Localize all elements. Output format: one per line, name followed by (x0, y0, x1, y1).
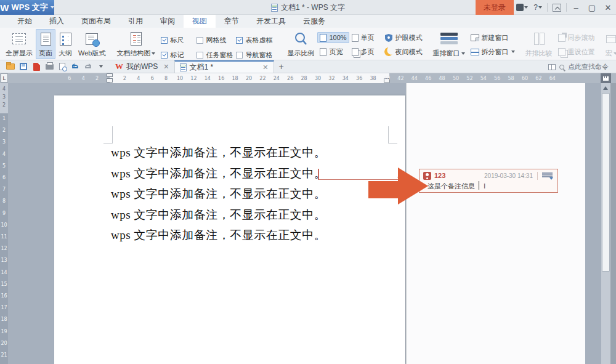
page-width-label: 页宽 (329, 47, 342, 57)
scroll-up-icon[interactable] (603, 86, 608, 90)
document-line-2[interactable]: wps 文字中添加备注，不显示在正文中。 (111, 166, 326, 182)
document-icon (180, 63, 187, 71)
divider (566, 3, 567, 12)
eye-protect-button[interactable]: 护眼模式 (382, 32, 425, 43)
close-tab-icon[interactable]: ✕ (163, 63, 169, 71)
page-view-label: 页面 (39, 49, 52, 58)
tab-document1-label: 文档1 * (190, 62, 214, 73)
doc-map-label: 文档结构图 (116, 49, 150, 58)
vertical-scrollbar[interactable] (601, 83, 610, 364)
checkbox-2[interactable]: 表格虚框 (236, 33, 279, 47)
menu-tab-4[interactable]: 审阅 (152, 15, 184, 28)
doc-map-button[interactable]: 文档结构图 (113, 29, 158, 59)
menu-tab-7[interactable]: 开发工具 (248, 15, 294, 28)
ruler-number: 34 (342, 76, 349, 81)
rearrange-windows-button[interactable]: 重排窗口 (430, 29, 468, 59)
tab-stop-selector[interactable]: L (1, 73, 8, 83)
command-search[interactable]: 点此查找命令 (548, 60, 609, 73)
comment-menu-button[interactable] (542, 172, 553, 180)
qat-dropdown-button[interactable] (95, 62, 107, 71)
checkbox-label: 标记 (170, 51, 184, 60)
menu-tab-1[interactable]: 插入 (41, 15, 73, 28)
menu-tab-2[interactable]: 页面布局 (73, 15, 120, 28)
menu-tab-5[interactable]: 视图 (184, 15, 216, 28)
open-button[interactable] (5, 62, 16, 71)
menu-bar: 开始插入页面布局引用审阅视图章节开发工具云服务 (0, 15, 616, 28)
tab-my-wps[interactable]: W 我的WPS ✕ (110, 60, 174, 73)
undo-button[interactable] (70, 62, 81, 71)
collapse-ribbon-button[interactable] (549, 0, 565, 15)
ribbon: 全屏显示 页面 大纲 Web版式 文档结构图 标尺网格线表格虚框标记任务窗格导航… (0, 28, 616, 60)
print-button[interactable] (44, 62, 55, 71)
comment-text[interactable]: 这是个备注信息 (428, 182, 475, 191)
ruler-toggle-button[interactable] (601, 73, 611, 83)
first-line-indent-marker[interactable] (107, 73, 113, 77)
new-window-icon (471, 34, 479, 41)
web-layout-button[interactable]: Web版式 (75, 29, 108, 59)
wps-w-icon: W (0, 2, 9, 13)
checkbox-0[interactable]: 标尺 (161, 33, 197, 47)
document-line-5[interactable]: wps 文字中添加备注，不显示在正文中。 (111, 227, 326, 243)
menu-tab-8[interactable]: 云服务 (294, 15, 334, 28)
page-width-button[interactable]: 页宽 (317, 46, 349, 57)
split-window-button[interactable]: 拆分窗口 (468, 46, 517, 57)
save-icon (20, 63, 27, 70)
print-preview-icon (59, 63, 65, 70)
zoom-button[interactable]: 显示比例 (284, 29, 317, 59)
vertical-ruler[interactable]: 432123456789101112131415161718192021 (0, 83, 8, 364)
wps-logo[interactable]: W WPS 文字 (0, 0, 54, 15)
checkbox-label: 任务窗格 (206, 51, 233, 60)
ruler-number: 10 (0, 222, 8, 228)
ruler-number: 32 (328, 76, 334, 81)
new-tab-button[interactable]: + (274, 60, 289, 73)
ruler-number: 10 (177, 76, 183, 81)
zoom-level-button[interactable]: 100% (317, 32, 349, 43)
ruler-number: 24 (274, 76, 280, 81)
close-button[interactable]: ✕ (600, 0, 616, 15)
search-placeholder: 点此查找命令 (568, 62, 609, 71)
multi-page-button[interactable]: 多页 (349, 46, 377, 57)
ruler-number: 14 (205, 76, 211, 81)
maximize-button[interactable]: ▢ (584, 0, 600, 15)
page-view-icon (41, 33, 51, 46)
night-mode-button[interactable]: 夜间模式 (382, 46, 425, 57)
close-tab-icon[interactable]: ✕ (262, 63, 268, 71)
tab-document1[interactable]: 文档1 * ✕ (174, 60, 274, 73)
ruler-number: 54 (480, 76, 487, 81)
ruler-number: 18 (0, 317, 8, 322)
ruler-number: 16 (218, 76, 224, 81)
comment-box[interactable]: 123 2019-03-30 14:31 这是个备注信息 Ⅰ (419, 169, 558, 193)
redo-button[interactable] (83, 62, 94, 71)
hanging-indent-marker[interactable] (107, 78, 113, 83)
window-switch-icon[interactable] (548, 64, 556, 70)
ruler-number: 2 (0, 102, 8, 108)
document-line-1[interactable]: wps 文字中添加备注，不显示在正文中。 (111, 145, 326, 161)
checkbox-grid: 标尺网格线表格虚框标记任务窗格导航窗格 (161, 29, 279, 62)
fullscreen-button[interactable]: 全屏显示 (2, 29, 36, 59)
document-line-4[interactable]: wps 文字中添加备注，不显示在正文中。 (111, 207, 326, 223)
export-pdf-button[interactable] (31, 62, 42, 71)
ruler-number: 60 (522, 76, 528, 81)
help-button[interactable]: ? (530, 0, 546, 15)
ruler-number: 9 (0, 211, 8, 216)
document-line-3[interactable]: wps 文字中添加备注，不显示在正文中。 (111, 186, 326, 202)
scrollbar-thumb[interactable] (602, 93, 610, 272)
login-button[interactable]: 未登录 (476, 0, 514, 15)
menu-tab-0[interactable]: 开始 (9, 15, 41, 28)
print-preview-button[interactable] (57, 62, 68, 71)
save-button[interactable] (18, 62, 29, 71)
menu-tab-3[interactable]: 引用 (120, 15, 152, 28)
horizontal-ruler[interactable]: 6422468101214161820222426283032343638404… (0, 73, 616, 83)
page-view-button[interactable]: 页面 (36, 29, 55, 59)
new-window-button[interactable]: 新建窗口 (468, 32, 517, 43)
outline-view-button[interactable]: 大纲 (55, 29, 75, 59)
mode-group: 护眼模式 夜间模式 (382, 29, 425, 60)
checkbox-1[interactable]: 网格线 (197, 33, 236, 47)
skin-button[interactable] (514, 0, 530, 15)
menu-tab-6[interactable]: 章节 (216, 15, 248, 28)
ruler-number: 7 (0, 187, 8, 192)
single-page-button[interactable]: 单页 (349, 32, 377, 43)
minimize-button[interactable]: – (568, 0, 584, 15)
ruler-number: 48 (439, 76, 445, 81)
ruler-number: 64 (549, 76, 556, 81)
